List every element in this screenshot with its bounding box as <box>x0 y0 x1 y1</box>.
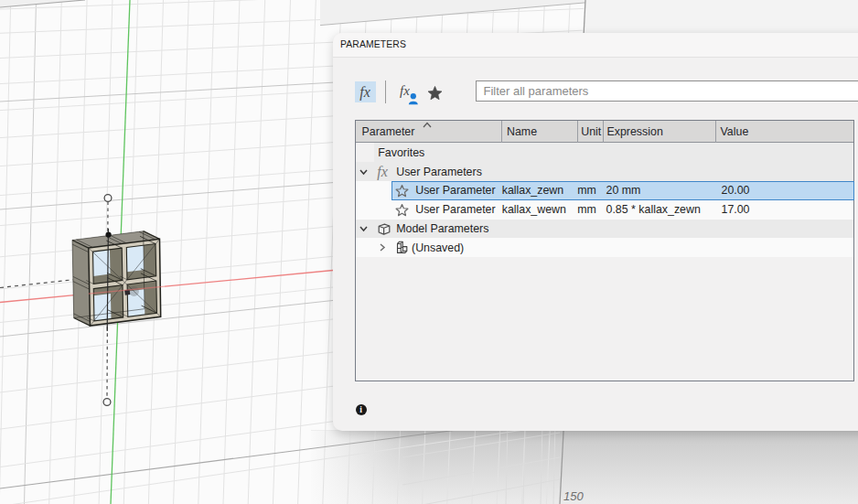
svg-text:150: 150 <box>563 489 584 503</box>
svg-text:fx: fx <box>400 83 410 98</box>
